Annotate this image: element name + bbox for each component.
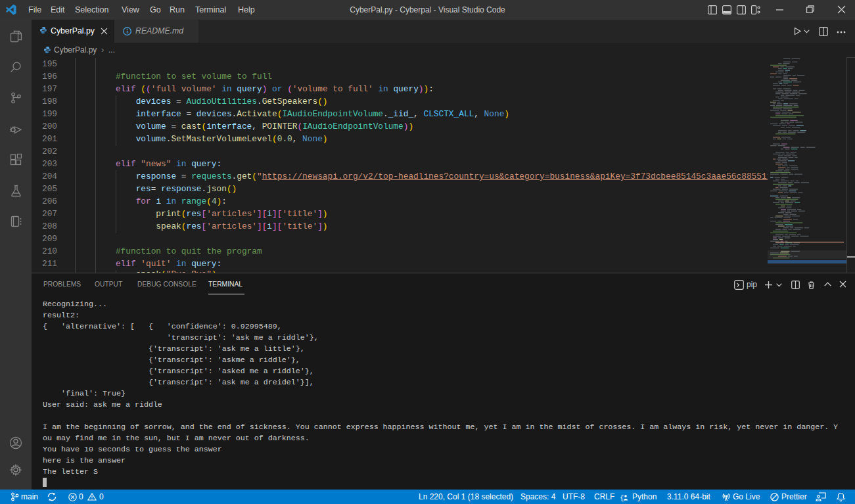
svg-text:{: { — [620, 493, 624, 501]
